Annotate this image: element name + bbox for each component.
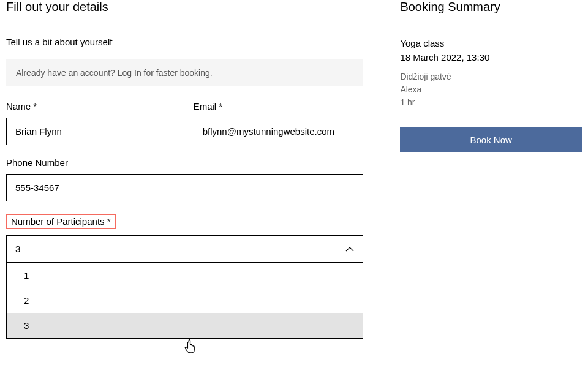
summary-title: Booking Summary <box>400 0 582 14</box>
phone-input[interactable] <box>6 174 363 201</box>
page-title: Fill out your details <box>6 0 363 14</box>
participants-selected-value: 3 <box>15 244 20 254</box>
participants-dropdown-list: 1 2 3 <box>6 263 363 339</box>
divider <box>400 24 582 24</box>
login-prompt-bar: Already have an account? Log In for fast… <box>6 59 363 86</box>
participants-label: Number of Participants * <box>6 214 116 229</box>
name-input[interactable] <box>6 118 176 145</box>
participants-option[interactable]: 1 <box>7 263 363 288</box>
participants-dropdown[interactable]: 3 <box>6 235 363 263</box>
login-prompt-post: for faster booking. <box>141 68 213 78</box>
divider <box>6 24 363 24</box>
login-link[interactable]: Log In <box>118 68 141 78</box>
login-prompt-pre: Already have an account? <box>16 68 118 78</box>
name-label: Name * <box>6 101 176 111</box>
cursor-hand-icon <box>184 338 197 354</box>
phone-label: Phone Number <box>6 157 363 168</box>
chevron-up-icon <box>345 245 354 254</box>
summary-datetime: 18 March 2022, 13:30 <box>400 51 582 65</box>
email-input[interactable] <box>194 118 364 145</box>
book-now-button[interactable]: Book Now <box>400 127 582 152</box>
participants-option[interactable]: 3 <box>7 313 363 338</box>
summary-service: Yoga class <box>400 37 582 51</box>
participants-option[interactable]: 2 <box>7 288 363 313</box>
email-label: Email * <box>194 101 364 111</box>
subtitle: Tell us a bit about yourself <box>6 37 363 47</box>
summary-location: Didžioji gatvė <box>400 70 582 83</box>
summary-staff: Alexa <box>400 83 582 96</box>
summary-duration: 1 hr <box>400 96 582 109</box>
